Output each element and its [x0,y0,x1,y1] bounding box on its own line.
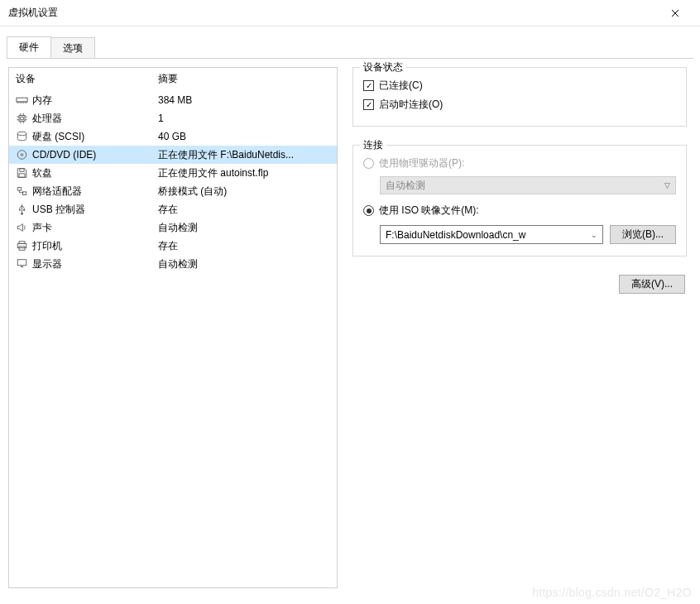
label-connected: 已连接(C) [379,79,423,93]
radio-iso-row[interactable]: 使用 ISO 映像文件(M): [363,201,676,220]
advanced-button[interactable]: 高级(V)... [619,275,685,294]
svg-rect-7 [19,174,25,177]
header-summary: 摘要 [158,72,330,86]
hw-row-cd[interactable]: CD/DVD (IDE)正在使用文件 F:\BaiduNetdis... [9,146,337,164]
hw-summary: 自动检测 [158,221,333,235]
group-connection: 连接 使用物理驱动器(P): 自动检测 ▽ 使用 ISO 映像文件(M): F:… [352,145,687,256]
hw-row-cpu[interactable]: 处理器1 [9,109,337,127]
group-device-status: 设备状态 已连接(C) 启动时连接(O) [352,67,687,127]
hw-summary: 自动检测 [158,257,333,271]
svg-rect-11 [23,209,25,211]
sound-icon [14,221,29,234]
radio-physical-row[interactable]: 使用物理驱动器(P): [363,154,676,173]
svg-point-12 [19,209,21,211]
combo-physical-drive: 自动检测 ▽ [380,176,676,194]
hw-row-printer[interactable]: 打印机存在 [9,237,337,255]
label-poweron: 启动时连接(O) [379,98,443,112]
cd-icon [14,148,29,161]
hw-name: 软盘 [32,166,158,180]
network-icon [14,185,29,198]
checkbox-connected[interactable] [363,80,374,91]
hw-name: 显示器 [32,257,158,271]
chevron-down-icon: ▽ [664,181,670,189]
hw-row-display[interactable]: 显示器自动检测 [9,255,337,273]
hw-row-disk[interactable]: 硬盘 (SCSI)40 GB [9,127,337,146]
display-icon [14,257,29,271]
hw-name: USB 控制器 [32,203,158,217]
check-connected-row[interactable]: 已连接(C) [363,76,676,95]
disk-icon [14,130,29,143]
label-iso: 使用 ISO 映像文件(M): [379,204,479,218]
checkbox-poweron[interactable] [363,99,374,110]
tab-hardware[interactable]: 硬件 [7,36,51,58]
hw-summary: 正在使用文件 autoinst.flp [158,166,333,180]
printer-icon [14,239,29,252]
hw-name: 声卡 [32,221,158,235]
radio-physical[interactable] [363,158,374,169]
iso-path-combo[interactable]: F:\BaiduNetdiskDownload\cn_w ⌄ [380,225,603,244]
group-title-status: 设备状态 [360,60,406,74]
hw-row-network[interactable]: 网络适配器桥接模式 (自动) [9,182,337,200]
tabs: 硬件 选项 [0,30,700,58]
hw-summary: 1 [158,113,333,124]
hw-summary: 存在 [158,239,333,253]
iso-row: F:\BaiduNetdiskDownload\cn_w ⌄ 浏览(B)... [380,225,676,244]
header-device: 设备 [16,72,158,86]
svg-rect-2 [20,117,23,120]
radio-iso[interactable] [363,205,374,216]
tab-underline [7,58,693,59]
hw-row-sound[interactable]: 声卡自动检测 [9,218,337,237]
watermark: https://blog.csdn.net/O2_H2O [532,586,692,599]
close-icon [671,9,679,17]
close-button[interactable] [659,2,692,25]
list-header: 设备 摘要 [9,68,337,91]
svg-point-5 [21,154,23,156]
hw-name: CD/DVD (IDE) [32,149,158,161]
hw-summary: 384 MB [158,94,333,106]
hw-summary: 桥接模式 (自动) [158,185,333,199]
hw-summary: 存在 [158,203,333,217]
chevron-down-icon: ⌄ [591,231,597,239]
svg-rect-8 [17,188,21,191]
detail-panel: 设备状态 已连接(C) 启动时连接(O) 连接 使用物理驱动器(P): 自动检测… [352,67,692,588]
hw-row-floppy[interactable]: 软盘正在使用文件 autoinst.flp [9,164,337,182]
svg-rect-6 [19,169,23,172]
floppy-icon [14,166,29,180]
hw-name: 硬盘 (SCSI) [32,130,158,144]
hw-name: 网络适配器 [32,185,158,199]
svg-point-4 [17,151,26,160]
hw-name: 内存 [32,93,158,108]
advanced-row: 高级(V)... [352,275,687,294]
svg-rect-16 [17,260,26,266]
memory-icon [14,93,29,107]
combo-physical-value: 自动检测 [386,179,425,193]
svg-point-3 [17,132,26,135]
titlebar: 虚拟机设置 [0,0,700,26]
svg-rect-0 [16,98,26,102]
tab-options[interactable]: 选项 [51,37,95,59]
iso-path-value: F:\BaiduNetdiskDownload\cn_w [386,229,525,241]
hw-row-usb[interactable]: USB 控制器存在 [9,200,337,218]
content: 设备 摘要 内存384 MB处理器1硬盘 (SCSI)40 GBCD/DVD (… [0,59,700,597]
hw-name: 处理器 [32,112,158,126]
cpu-icon [14,112,29,125]
hw-summary: 40 GB [158,131,333,142]
check-poweron-row[interactable]: 启动时连接(O) [363,95,676,114]
svg-point-10 [21,213,23,215]
hw-summary: 正在使用文件 F:\BaiduNetdis... [158,148,333,162]
svg-rect-1 [19,116,25,122]
usb-icon [14,203,29,216]
window-title: 虚拟机设置 [8,6,659,20]
hw-name: 打印机 [32,239,158,253]
browse-button[interactable]: 浏览(B)... [610,225,676,244]
label-physical: 使用物理驱动器(P): [379,156,464,170]
hardware-list: 设备 摘要 内存384 MB处理器1硬盘 (SCSI)40 GBCD/DVD (… [8,67,338,588]
group-title-connection: 连接 [360,138,386,152]
hw-row-memory[interactable]: 内存384 MB [9,91,337,109]
